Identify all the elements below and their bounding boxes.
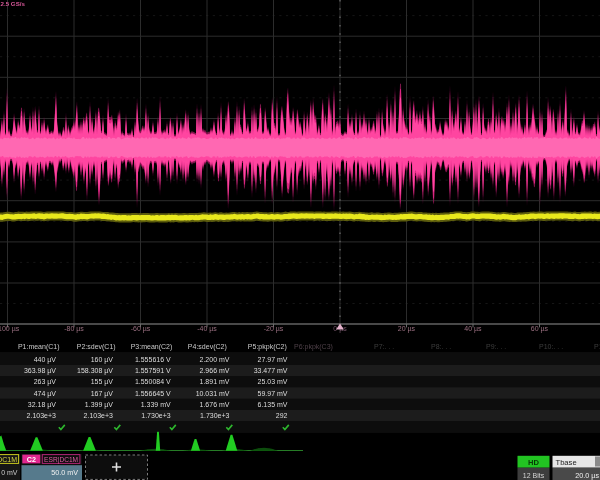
svg-text:155 µV: 155 µV [91, 378, 114, 386]
svg-text:59.97 mV: 59.97 mV [258, 390, 288, 397]
svg-text:10.031 mV: 10.031 mV [196, 390, 230, 397]
svg-text:1.730e+3: 1.730e+3 [200, 412, 229, 419]
svg-text:P7:. . .: P7:. . . [374, 343, 394, 350]
svg-text:167 µV: 167 µV [91, 390, 114, 398]
svg-text:1.556645 V: 1.556645 V [135, 390, 171, 397]
svg-text:363.98 µV: 363.98 µV [24, 367, 56, 375]
svg-text:158.308 µV: 158.308 µV [77, 367, 113, 375]
svg-text:P9:. . .: P9:. . . [486, 343, 506, 350]
svg-text:1.550084 V: 1.550084 V [135, 378, 171, 385]
svg-text:2.103e+3: 2.103e+3 [84, 412, 113, 419]
svg-text:160 µV: 160 µV [91, 356, 114, 364]
svg-text:440 µV: 440 µV [34, 356, 57, 364]
svg-text:474 µV: 474 µV [34, 390, 57, 398]
svg-text:2.966 mV: 2.966 mV [200, 367, 230, 374]
svg-text:Tbase: Tbase [556, 458, 577, 467]
svg-text:P1:mean(C1): P1:mean(C1) [18, 343, 60, 351]
svg-text:263 µV: 263 µV [34, 378, 57, 386]
svg-text:1.891 mV: 1.891 mV [200, 378, 230, 385]
svg-text:2.200 mV: 2.200 mV [200, 356, 230, 363]
svg-text:20.0 µs: 20.0 µs [575, 471, 599, 480]
svg-text:60 µs: 60 µs [531, 325, 549, 333]
svg-text:32.18 µV: 32.18 µV [28, 401, 56, 409]
svg-text:-80 µs: -80 µs [64, 325, 84, 333]
svg-text:27.97 mV: 27.97 mV [258, 356, 288, 363]
svg-text:40 µs: 40 µs [464, 325, 482, 333]
svg-text:-20 µs: -20 µs [264, 325, 284, 333]
svg-text:2.103e+3: 2.103e+3 [27, 412, 56, 419]
svg-text:HD: HD [528, 458, 539, 467]
svg-text:1.730e+3: 1.730e+3 [141, 412, 170, 419]
svg-text:1.339 mV: 1.339 mV [141, 401, 171, 408]
svg-text:1.557591 V: 1.557591 V [135, 367, 171, 374]
svg-text:12 Bits: 12 Bits [523, 472, 545, 479]
svg-text:292: 292 [276, 412, 288, 419]
svg-text:P6:pkpk(C3): P6:pkpk(C3) [294, 343, 333, 351]
svg-text:1.399 µV: 1.399 µV [85, 401, 113, 409]
svg-text:20 µs: 20 µs [398, 325, 416, 333]
svg-text:DC1M: DC1M [0, 456, 17, 463]
svg-text:P10:. . .: P10:. . . [539, 343, 563, 350]
svg-text:P4:sdev(C2): P4:sdev(C2) [188, 343, 227, 351]
svg-text:33.477 mV: 33.477 mV [254, 367, 288, 374]
svg-text:ESR|DC1M: ESR|DC1M [44, 456, 78, 464]
svg-text:50.0 mV: 50.0 mV [51, 468, 78, 477]
svg-text:-100 µs: -100 µs [0, 325, 20, 333]
svg-text:0 mV: 0 mV [1, 469, 18, 476]
svg-text:-40 µs: -40 µs [197, 325, 217, 333]
svg-text:2.5 GS/s: 2.5 GS/s [1, 0, 26, 7]
svg-text:C2: C2 [27, 455, 36, 464]
svg-text:1.676 mV: 1.676 mV [200, 401, 230, 408]
svg-text:P8:. . .: P8:. . . [431, 343, 451, 350]
svg-text:P2:sdev(C1): P2:sdev(C1) [77, 343, 116, 351]
svg-text:25.03 mV: 25.03 mV [258, 378, 288, 385]
svg-text:6.135 mV: 6.135 mV [258, 401, 288, 408]
svg-text:-60 µs: -60 µs [131, 325, 151, 333]
svg-text:P5:pkpk(C2): P5:pkpk(C2) [248, 343, 287, 351]
svg-text:P1: P1 [594, 343, 600, 350]
svg-text:P3:mean(C2): P3:mean(C2) [131, 343, 173, 351]
svg-text:1.555616 V: 1.555616 V [135, 356, 171, 363]
